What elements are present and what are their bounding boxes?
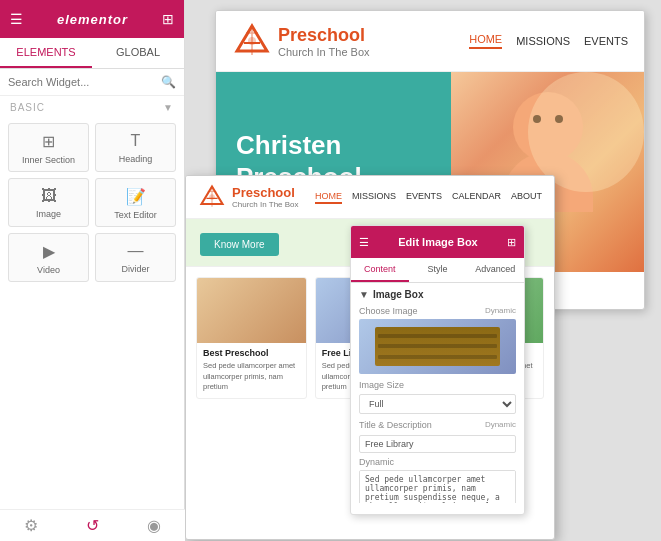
logo-icon (232, 21, 272, 61)
text-dynamic-tag[interactable]: Dynamic (359, 457, 394, 467)
front-nav-missions[interactable]: MISSIONS (352, 191, 396, 204)
widget-divider-label: Divider (121, 264, 149, 274)
choose-image-label: Choose Image (359, 306, 418, 316)
front-nav-home[interactable]: HOME (315, 191, 342, 204)
title-desc-field-label: Title & Description Dynamic (359, 420, 516, 430)
text-dynamic-label: Dynamic (359, 457, 516, 467)
tab-global[interactable]: GLOBAL (92, 38, 184, 68)
image-size-select[interactable]: Full (359, 394, 516, 414)
edit-tab-style[interactable]: Style (409, 258, 467, 282)
search-input[interactable] (8, 76, 161, 88)
search-area: 🔍 (0, 69, 184, 96)
responsive-icon[interactable]: ◉ (147, 516, 161, 535)
edit-image-box-panel: ☰ Edit Image Box ⊞ Content Style Advance… (350, 225, 525, 515)
front-site-logo: Preschool Church In The Box (198, 183, 299, 211)
image-preview-inner (359, 319, 516, 374)
front-site-nav: HOME MISSIONS EVENTS CALENDAR ABOUT (315, 191, 542, 204)
edit-tab-content[interactable]: Content (351, 258, 409, 282)
sidebar-bottom-actions: ⚙ ↺ ◉ (0, 509, 185, 541)
card-title-preschool: Best Preschool (203, 348, 300, 358)
body-text-textarea[interactable]: Sed pede ullamcorper amet ullamcorper pr… (359, 470, 516, 503)
settings-icon[interactable]: ⚙ (24, 516, 38, 535)
sidebar-tabs: ELEMENTS GLOBAL (0, 38, 184, 69)
shelf-row-1 (378, 334, 498, 338)
sidebar-topbar: ☰ elementor ⊞ (0, 0, 184, 38)
widget-divider[interactable]: — Divider (95, 233, 176, 282)
edit-panel-title: Edit Image Box (398, 236, 477, 248)
video-icon: ▶ (43, 242, 55, 261)
widget-inner-section[interactable]: ⊞ Inner Section (8, 123, 89, 172)
dynamic-tag-title[interactable]: Dynamic (485, 420, 516, 430)
tab-elements[interactable]: ELEMENTS (0, 38, 92, 68)
chevron-down-icon: ▼ (163, 102, 174, 113)
choose-image-field-label: Choose Image Dynamic (359, 306, 516, 316)
section-arrow-icon: ▼ (359, 289, 369, 300)
hamburger-icon[interactable]: ☰ (10, 11, 23, 27)
title-desc-label: Title & Description (359, 420, 432, 430)
back-logo-text: Preschool Church In The Box (278, 25, 370, 58)
back-site-logo: Preschool Church In The Box (232, 21, 370, 61)
heading-icon: T (131, 132, 141, 150)
widget-heading-label: Heading (119, 154, 153, 164)
front-logo-text: Preschool Church In The Box (232, 185, 299, 209)
back-logo-preschool: Preschool (278, 25, 370, 46)
panel-header-icons: ⊞ (507, 236, 516, 249)
history-icon[interactable]: ↺ (86, 516, 99, 535)
front-site-header: Preschool Church In The Box HOME MISSION… (186, 176, 554, 219)
edit-panel-header: ☰ Edit Image Box ⊞ (351, 226, 524, 258)
widget-heading[interactable]: T Heading (95, 123, 176, 172)
elementor-logo: elementor (57, 12, 128, 27)
widget-video-label: Video (37, 265, 60, 275)
elementor-sidebar: ☰ elementor ⊞ ELEMENTS GLOBAL 🔍 BASIC ▼ … (0, 0, 185, 541)
edit-panel-tabs: Content Style Advanced (351, 258, 524, 283)
section-basic: BASIC ▼ (0, 96, 184, 119)
back-nav-home[interactable]: HOME (469, 33, 502, 49)
widget-text-editor-label: Text Editor (114, 210, 157, 220)
front-nav-about[interactable]: ABOUT (511, 191, 542, 204)
image-icon: 🖼 (41, 187, 57, 205)
dynamic-tag-image[interactable]: Dynamic (485, 306, 516, 316)
card-best-preschool: Best Preschool Sed pede ullamcorper amet… (196, 277, 307, 399)
back-site-nav: HOME MISSIONS EVENTS (469, 33, 628, 49)
card-text-preschool: Sed pede ullamcorper amet ullamcorper pr… (203, 361, 300, 393)
card-img-preschool (197, 278, 306, 343)
front-logo-icon (198, 183, 226, 211)
main-preview-area: Preschool Church In The Box HOME MISSION… (185, 0, 661, 541)
shelf-row-2 (378, 344, 498, 348)
library-shelf-visual (375, 327, 501, 366)
know-more-button[interactable]: Know More (200, 233, 279, 256)
widget-image-label: Image (36, 209, 61, 219)
back-logo-sub: Church In The Box (278, 46, 370, 58)
inner-section-icon: ⊞ (42, 132, 55, 151)
panel-grid-icon[interactable]: ⊞ (507, 236, 516, 249)
widget-text-editor[interactable]: 📝 Text Editor (95, 178, 176, 227)
divider-icon: — (128, 242, 144, 260)
front-nav-events[interactable]: EVENTS (406, 191, 442, 204)
grid-icon[interactable]: ⊞ (162, 11, 174, 27)
back-nav-events[interactable]: EVENTS (584, 35, 628, 47)
edit-section-header: ▼ Image Box (359, 289, 516, 300)
text-editor-icon: 📝 (126, 187, 146, 206)
widget-inner-section-label: Inner Section (22, 155, 75, 165)
panel-hamburger-icon[interactable]: ☰ (359, 236, 369, 249)
widget-grid: ⊞ Inner Section T Heading 🖼 Image 📝 Text… (0, 119, 184, 290)
front-nav-calendar[interactable]: CALENDAR (452, 191, 501, 204)
image-size-field-label: Image Size (359, 380, 516, 390)
shelf-row-3 (378, 355, 498, 359)
free-library-input[interactable] (359, 435, 516, 453)
image-size-label: Image Size (359, 380, 404, 390)
back-nav-missions[interactable]: MISSIONS (516, 35, 570, 47)
edit-section-label: Image Box (373, 289, 424, 300)
back-site-header: Preschool Church In The Box HOME MISSION… (216, 11, 644, 72)
section-basic-label: BASIC (10, 102, 45, 113)
widget-image[interactable]: 🖼 Image (8, 178, 89, 227)
front-logo-sub: Church In The Box (232, 200, 299, 209)
widget-video[interactable]: ▶ Video (8, 233, 89, 282)
search-icon: 🔍 (161, 75, 176, 89)
image-preview[interactable] (359, 319, 516, 374)
edit-tab-advanced[interactable]: Advanced (466, 258, 524, 282)
card-body-preschool: Best Preschool Sed pede ullamcorper amet… (197, 343, 306, 398)
front-logo-preschool: Preschool (232, 185, 299, 200)
edit-panel-body: ▼ Image Box Choose Image Dynamic (351, 283, 524, 503)
